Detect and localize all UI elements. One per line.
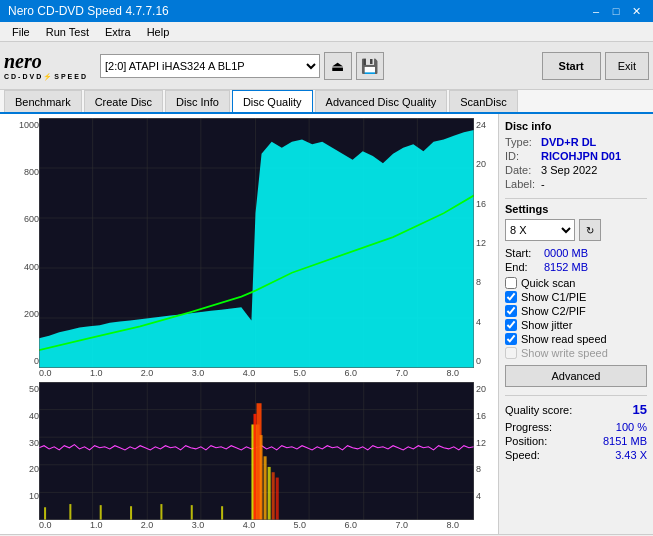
svg-rect-30: [100, 505, 102, 520]
end-value: 8152 MB: [544, 261, 588, 273]
menu-extra[interactable]: Extra: [97, 24, 139, 40]
progress-label: Progress:: [505, 421, 552, 433]
svg-rect-39: [272, 472, 275, 520]
save-button[interactable]: 💾: [356, 52, 384, 80]
label-label: Label:: [505, 178, 537, 190]
titlebar-title: Nero CD-DVD Speed 4.7.7.16: [8, 4, 169, 18]
minimize-button[interactable]: –: [587, 3, 605, 19]
eject-button[interactable]: ⏏: [324, 52, 352, 80]
bottom-chart-y-left: 5040302010: [4, 382, 39, 520]
tabs: Benchmark Create Disc Disc Info Disc Qua…: [0, 90, 653, 114]
type-label: Type:: [505, 136, 537, 148]
start-button[interactable]: Start: [542, 52, 601, 80]
end-range-row: End: 8152 MB: [505, 261, 647, 273]
svg-rect-29: [69, 504, 71, 520]
quality-score-value: 15: [633, 402, 647, 417]
maximize-button[interactable]: □: [607, 3, 625, 19]
svg-rect-36: [260, 435, 263, 520]
show-jitter-checkbox[interactable]: [505, 319, 517, 331]
position-label: Position:: [505, 435, 547, 447]
chart-area: 10008006004002000: [0, 114, 498, 534]
top-chart: [39, 118, 474, 368]
tab-scandisc[interactable]: ScanDisc: [449, 90, 517, 112]
show-write-speed-label: Show write speed: [521, 347, 608, 359]
speed-label: Speed:: [505, 449, 540, 461]
progress-section: Progress: 100 % Position: 8151 MB Speed:…: [505, 421, 647, 461]
id-value: RICOHJPN D01: [541, 150, 621, 162]
show-read-speed-checkbox[interactable]: [505, 333, 517, 345]
svg-rect-31: [130, 506, 132, 520]
disc-info-title: Disc info: [505, 120, 647, 132]
quick-scan-row: Quick scan: [505, 277, 647, 289]
id-label: ID:: [505, 150, 537, 162]
svg-rect-33: [191, 505, 193, 520]
show-jitter-row: Show jitter: [505, 319, 647, 331]
titlebar-controls: – □ ✕: [587, 3, 645, 19]
tab-advanced-disc-quality[interactable]: Advanced Disc Quality: [315, 90, 448, 112]
svg-rect-32: [160, 504, 162, 520]
advanced-button[interactable]: Advanced: [505, 365, 647, 387]
disc-id-row: ID: RICOHJPN D01: [505, 150, 647, 162]
toolbar: nero CD-DVD⚡SPEED [2:0] ATAPI iHAS324 A …: [0, 42, 653, 90]
menubar: File Run Test Extra Help: [0, 22, 653, 42]
exit-button[interactable]: Exit: [605, 52, 649, 80]
show-c2pif-row: Show C2/PIF: [505, 305, 647, 317]
start-value: 0000 MB: [544, 247, 588, 259]
show-read-speed-label: Show read speed: [521, 333, 607, 345]
start-label: Start:: [505, 247, 540, 259]
disc-date-row: Date: 3 Sep 2022: [505, 164, 647, 176]
svg-rect-34: [221, 506, 223, 520]
bottom-chart-x-axis: 0.01.02.03.04.05.06.07.08.0: [4, 520, 494, 530]
nero-logo-sub: CD-DVD⚡SPEED: [4, 73, 88, 81]
tab-disc-info[interactable]: Disc Info: [165, 90, 230, 112]
menu-run-test[interactable]: Run Test: [38, 24, 97, 40]
app-title: Nero CD-DVD Speed 4.7.7.16: [8, 4, 169, 18]
end-label: End:: [505, 261, 540, 273]
svg-rect-38: [268, 467, 271, 520]
date-label: Date:: [505, 164, 537, 176]
label-value: -: [541, 178, 545, 190]
svg-rect-35: [253, 414, 256, 520]
position-row: Position: 8151 MB: [505, 435, 647, 447]
svg-rect-40: [276, 478, 279, 520]
menu-help[interactable]: Help: [139, 24, 178, 40]
date-value: 3 Sep 2022: [541, 164, 597, 176]
disc-label-row: Label: -: [505, 178, 647, 190]
refresh-button[interactable]: ↻: [579, 219, 601, 241]
quick-scan-checkbox[interactable]: [505, 277, 517, 289]
show-write-speed-row: Show write speed: [505, 347, 647, 359]
position-value: 8151 MB: [603, 435, 647, 447]
drive-select[interactable]: [2:0] ATAPI iHAS324 A BL1P: [100, 54, 320, 78]
show-c2pif-label: Show C2/PIF: [521, 305, 586, 317]
speed-value: 3.43 X: [615, 449, 647, 461]
quality-score-label: Quality score:: [505, 404, 572, 416]
tab-disc-quality[interactable]: Disc Quality: [232, 90, 313, 112]
right-panel: Disc info Type: DVD+R DL ID: RICOHJPN D0…: [498, 114, 653, 534]
bottom-chart-y-right: 20161284: [474, 382, 494, 520]
menu-file[interactable]: File: [4, 24, 38, 40]
show-write-speed-checkbox: [505, 347, 517, 359]
main-content: 10008006004002000: [0, 114, 653, 534]
show-read-speed-row: Show read speed: [505, 333, 647, 345]
start-range-row: Start: 0000 MB: [505, 247, 647, 259]
quick-scan-label: Quick scan: [521, 277, 575, 289]
speed-select[interactable]: 8 X: [505, 219, 575, 241]
speed-row: 8 X ↻: [505, 219, 647, 241]
progress-row: Progress: 100 %: [505, 421, 647, 433]
nero-logo: nero CD-DVD⚡SPEED: [4, 50, 88, 81]
settings-title: Settings: [505, 203, 647, 215]
tab-benchmark[interactable]: Benchmark: [4, 90, 82, 112]
top-chart-x-axis: 0.01.02.03.04.05.06.07.08.0: [4, 368, 494, 378]
top-chart-y-right: 24201612840: [474, 118, 494, 368]
show-c2pif-checkbox[interactable]: [505, 305, 517, 317]
close-button[interactable]: ✕: [627, 3, 645, 19]
show-c1pie-label: Show C1/PIE: [521, 291, 586, 303]
settings-section: Settings 8 X ↻ Start: 0000 MB End: 8152 …: [505, 203, 647, 387]
top-chart-y-left: 10008006004002000: [4, 118, 39, 368]
speed-row-prog: Speed: 3.43 X: [505, 449, 647, 461]
disc-info-section: Disc info Type: DVD+R DL ID: RICOHJPN D0…: [505, 120, 647, 190]
tab-create-disc[interactable]: Create Disc: [84, 90, 163, 112]
disc-type-row: Type: DVD+R DL: [505, 136, 647, 148]
show-c1pie-checkbox[interactable]: [505, 291, 517, 303]
type-value: DVD+R DL: [541, 136, 596, 148]
